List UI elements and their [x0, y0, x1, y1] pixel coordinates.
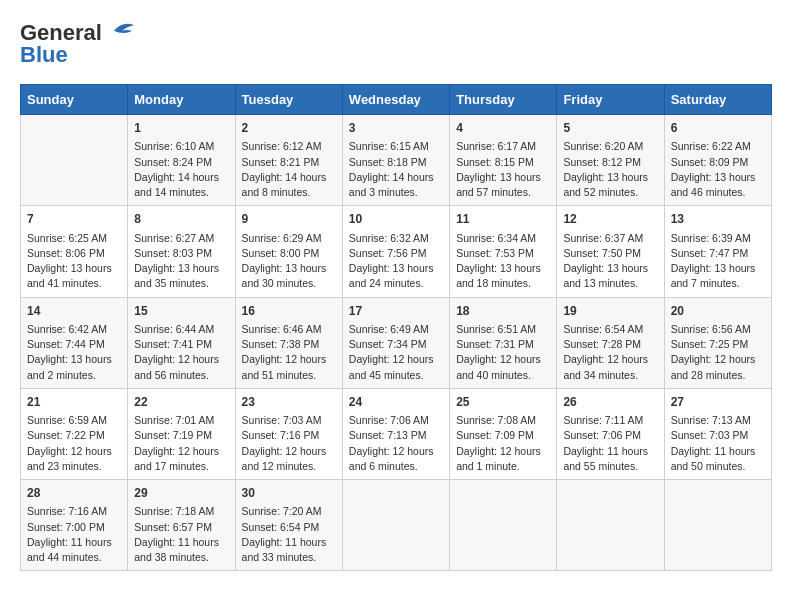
day-info: Sunrise: 6:34 AM Sunset: 7:53 PM Dayligh… [456, 231, 550, 292]
day-number: 24 [349, 394, 443, 411]
day-info: Sunrise: 6:59 AM Sunset: 7:22 PM Dayligh… [27, 413, 121, 474]
day-number: 27 [671, 394, 765, 411]
col-header-saturday: Saturday [664, 85, 771, 115]
calendar-cell: 11Sunrise: 6:34 AM Sunset: 7:53 PM Dayli… [450, 206, 557, 297]
day-info: Sunrise: 7:01 AM Sunset: 7:19 PM Dayligh… [134, 413, 228, 474]
col-header-thursday: Thursday [450, 85, 557, 115]
logo-bird-icon [104, 21, 136, 41]
calendar-cell: 5Sunrise: 6:20 AM Sunset: 8:12 PM Daylig… [557, 115, 664, 206]
day-info: Sunrise: 6:27 AM Sunset: 8:03 PM Dayligh… [134, 231, 228, 292]
calendar-cell: 4Sunrise: 6:17 AM Sunset: 8:15 PM Daylig… [450, 115, 557, 206]
day-info: Sunrise: 6:32 AM Sunset: 7:56 PM Dayligh… [349, 231, 443, 292]
day-number: 30 [242, 485, 336, 502]
col-header-tuesday: Tuesday [235, 85, 342, 115]
day-info: Sunrise: 6:20 AM Sunset: 8:12 PM Dayligh… [563, 139, 657, 200]
day-info: Sunrise: 7:11 AM Sunset: 7:06 PM Dayligh… [563, 413, 657, 474]
day-info: Sunrise: 7:03 AM Sunset: 7:16 PM Dayligh… [242, 413, 336, 474]
calendar-cell: 12Sunrise: 6:37 AM Sunset: 7:50 PM Dayli… [557, 206, 664, 297]
day-number: 13 [671, 211, 765, 228]
day-info: Sunrise: 6:22 AM Sunset: 8:09 PM Dayligh… [671, 139, 765, 200]
day-number: 4 [456, 120, 550, 137]
calendar-cell: 16Sunrise: 6:46 AM Sunset: 7:38 PM Dayli… [235, 297, 342, 388]
calendar-cell: 25Sunrise: 7:08 AM Sunset: 7:09 PM Dayli… [450, 388, 557, 479]
calendar-cell: 26Sunrise: 7:11 AM Sunset: 7:06 PM Dayli… [557, 388, 664, 479]
day-info: Sunrise: 6:56 AM Sunset: 7:25 PM Dayligh… [671, 322, 765, 383]
calendar-cell: 22Sunrise: 7:01 AM Sunset: 7:19 PM Dayli… [128, 388, 235, 479]
page-header: General Blue [20, 20, 772, 68]
logo: General Blue [20, 20, 136, 68]
calendar-cell: 9Sunrise: 6:29 AM Sunset: 8:00 PM Daylig… [235, 206, 342, 297]
calendar-cell: 27Sunrise: 7:13 AM Sunset: 7:03 PM Dayli… [664, 388, 771, 479]
calendar-cell [21, 115, 128, 206]
col-header-friday: Friday [557, 85, 664, 115]
calendar-table: SundayMondayTuesdayWednesdayThursdayFrid… [20, 84, 772, 571]
calendar-week-4: 21Sunrise: 6:59 AM Sunset: 7:22 PM Dayli… [21, 388, 772, 479]
day-info: Sunrise: 7:13 AM Sunset: 7:03 PM Dayligh… [671, 413, 765, 474]
day-number: 23 [242, 394, 336, 411]
logo-blue-text: Blue [20, 42, 68, 68]
calendar-cell [450, 480, 557, 571]
calendar-cell: 17Sunrise: 6:49 AM Sunset: 7:34 PM Dayli… [342, 297, 449, 388]
day-number: 12 [563, 211, 657, 228]
day-number: 19 [563, 303, 657, 320]
day-number: 10 [349, 211, 443, 228]
day-number: 26 [563, 394, 657, 411]
calendar-cell: 24Sunrise: 7:06 AM Sunset: 7:13 PM Dayli… [342, 388, 449, 479]
calendar-body: 1Sunrise: 6:10 AM Sunset: 8:24 PM Daylig… [21, 115, 772, 571]
calendar-cell: 28Sunrise: 7:16 AM Sunset: 7:00 PM Dayli… [21, 480, 128, 571]
day-number: 9 [242, 211, 336, 228]
calendar-week-2: 7Sunrise: 6:25 AM Sunset: 8:06 PM Daylig… [21, 206, 772, 297]
day-number: 17 [349, 303, 443, 320]
calendar-cell: 20Sunrise: 6:56 AM Sunset: 7:25 PM Dayli… [664, 297, 771, 388]
day-number: 15 [134, 303, 228, 320]
calendar-cell: 2Sunrise: 6:12 AM Sunset: 8:21 PM Daylig… [235, 115, 342, 206]
calendar-cell: 1Sunrise: 6:10 AM Sunset: 8:24 PM Daylig… [128, 115, 235, 206]
day-number: 11 [456, 211, 550, 228]
day-number: 22 [134, 394, 228, 411]
day-info: Sunrise: 6:29 AM Sunset: 8:00 PM Dayligh… [242, 231, 336, 292]
day-number: 1 [134, 120, 228, 137]
day-info: Sunrise: 6:12 AM Sunset: 8:21 PM Dayligh… [242, 139, 336, 200]
day-info: Sunrise: 7:06 AM Sunset: 7:13 PM Dayligh… [349, 413, 443, 474]
day-number: 14 [27, 303, 121, 320]
calendar-cell: 13Sunrise: 6:39 AM Sunset: 7:47 PM Dayli… [664, 206, 771, 297]
day-number: 16 [242, 303, 336, 320]
day-number: 18 [456, 303, 550, 320]
day-info: Sunrise: 6:10 AM Sunset: 8:24 PM Dayligh… [134, 139, 228, 200]
day-info: Sunrise: 6:37 AM Sunset: 7:50 PM Dayligh… [563, 231, 657, 292]
col-header-wednesday: Wednesday [342, 85, 449, 115]
header-row: SundayMondayTuesdayWednesdayThursdayFrid… [21, 85, 772, 115]
calendar-cell: 10Sunrise: 6:32 AM Sunset: 7:56 PM Dayli… [342, 206, 449, 297]
calendar-cell: 3Sunrise: 6:15 AM Sunset: 8:18 PM Daylig… [342, 115, 449, 206]
calendar-week-3: 14Sunrise: 6:42 AM Sunset: 7:44 PM Dayli… [21, 297, 772, 388]
calendar-cell [342, 480, 449, 571]
calendar-cell: 7Sunrise: 6:25 AM Sunset: 8:06 PM Daylig… [21, 206, 128, 297]
day-info: Sunrise: 6:44 AM Sunset: 7:41 PM Dayligh… [134, 322, 228, 383]
day-number: 5 [563, 120, 657, 137]
day-number: 21 [27, 394, 121, 411]
day-info: Sunrise: 7:16 AM Sunset: 7:00 PM Dayligh… [27, 504, 121, 565]
day-number: 20 [671, 303, 765, 320]
day-info: Sunrise: 7:08 AM Sunset: 7:09 PM Dayligh… [456, 413, 550, 474]
calendar-cell: 21Sunrise: 6:59 AM Sunset: 7:22 PM Dayli… [21, 388, 128, 479]
day-info: Sunrise: 6:39 AM Sunset: 7:47 PM Dayligh… [671, 231, 765, 292]
day-info: Sunrise: 6:51 AM Sunset: 7:31 PM Dayligh… [456, 322, 550, 383]
calendar-week-1: 1Sunrise: 6:10 AM Sunset: 8:24 PM Daylig… [21, 115, 772, 206]
day-info: Sunrise: 6:15 AM Sunset: 8:18 PM Dayligh… [349, 139, 443, 200]
day-number: 25 [456, 394, 550, 411]
calendar-cell [664, 480, 771, 571]
day-info: Sunrise: 6:42 AM Sunset: 7:44 PM Dayligh… [27, 322, 121, 383]
day-number: 29 [134, 485, 228, 502]
calendar-cell: 23Sunrise: 7:03 AM Sunset: 7:16 PM Dayli… [235, 388, 342, 479]
day-info: Sunrise: 6:49 AM Sunset: 7:34 PM Dayligh… [349, 322, 443, 383]
day-number: 8 [134, 211, 228, 228]
day-info: Sunrise: 7:20 AM Sunset: 6:54 PM Dayligh… [242, 504, 336, 565]
day-number: 2 [242, 120, 336, 137]
calendar-header: SundayMondayTuesdayWednesdayThursdayFrid… [21, 85, 772, 115]
calendar-cell: 8Sunrise: 6:27 AM Sunset: 8:03 PM Daylig… [128, 206, 235, 297]
day-number: 7 [27, 211, 121, 228]
day-info: Sunrise: 6:54 AM Sunset: 7:28 PM Dayligh… [563, 322, 657, 383]
day-number: 3 [349, 120, 443, 137]
day-info: Sunrise: 6:46 AM Sunset: 7:38 PM Dayligh… [242, 322, 336, 383]
col-header-monday: Monday [128, 85, 235, 115]
